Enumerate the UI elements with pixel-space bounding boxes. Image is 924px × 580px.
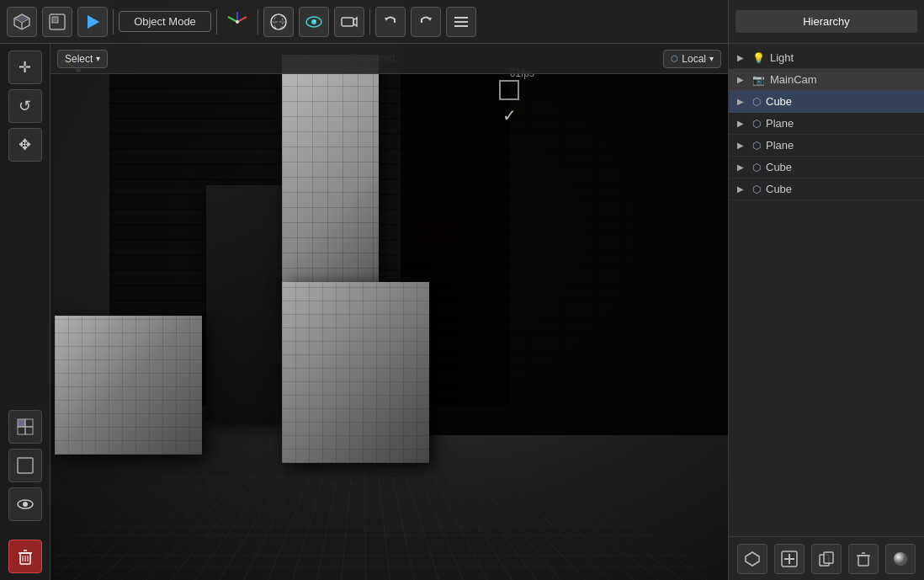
right-panel: Hierarchy ▶ 💡 Light ▶ 📷 MainCam ▶ ⬡ Cube… (728, 0, 924, 580)
left-sidebar: ✛ ↺ ✥ (0, 44, 50, 580)
mesh-icon-plane2: ⬡ (752, 140, 761, 152)
viewport-icon-btn[interactable] (42, 7, 72, 37)
svg-point-52 (894, 552, 907, 566)
trash-icon (16, 547, 35, 566)
svg-rect-33 (25, 427, 33, 434)
hierarchy-item-plane1-label: Plane (766, 117, 794, 130)
svg-point-36 (23, 502, 28, 507)
mesh-filter-icon (744, 551, 761, 567)
hierarchy-item-maincam-label: MainCam (770, 73, 817, 86)
layer-tool-btn[interactable] (8, 410, 42, 444)
hierarchy-item-plane2[interactable]: ▶ ⬡ Plane (729, 135, 924, 157)
svg-marker-8 (14, 14, 29, 23)
play-btn[interactable] (77, 7, 108, 37)
cube-icon (13, 13, 31, 31)
hierarchy-list: ▶ 💡 Light ▶ 📷 MainCam ▶ ⬡ Cube ▶ ⬡ Plane… (729, 44, 924, 536)
menu-btn[interactable] (446, 7, 476, 37)
expand-arrow-plane1: ▶ (737, 119, 747, 128)
mode-dropdown[interactable]: Object Mode (119, 11, 211, 32)
layer-icon (16, 418, 35, 436)
sep3 (258, 9, 258, 35)
eye-mode-icon (305, 13, 323, 31)
camera-hier-icon: 📷 (752, 74, 765, 86)
hierarchy-item-cube2-label: Cube (766, 161, 792, 173)
delete-object-btn[interactable] (848, 544, 879, 574)
svg-rect-30 (18, 419, 25, 427)
add-object-btn[interactable] (774, 544, 805, 574)
mesh-icon-cube1: ⬡ (752, 96, 761, 108)
duplicate-icon (818, 551, 835, 567)
object-icon-btn[interactable] (7, 7, 37, 37)
hierarchy-item-light-label: Light (770, 51, 794, 64)
move-tool-btn[interactable]: ✥ (8, 128, 42, 162)
sep4 (369, 9, 370, 35)
local-btn[interactable]: ⬡ Local ▾ (663, 50, 721, 68)
eye-mode-btn[interactable] (299, 7, 329, 37)
hierarchy-item-maincam[interactable]: ▶ 📷 MainCam (729, 69, 924, 91)
hierarchy-item-cube3-label: Cube (766, 183, 792, 195)
svg-rect-11 (52, 17, 58, 23)
camera-btn[interactable] (334, 7, 364, 37)
undo-icon (381, 13, 400, 31)
redo-icon (417, 13, 435, 31)
select-check-icon: ✓ (499, 105, 519, 125)
delete-btn[interactable] (8, 540, 42, 573)
select-btn-label: Select (65, 53, 93, 65)
cursor-tool-btn[interactable]: ✛ (8, 51, 42, 84)
light-icon: 💡 (752, 52, 765, 64)
visibility-btn[interactable] (8, 487, 42, 521)
local-dropdown-arrow: ▾ (709, 54, 714, 63)
hierarchy-item-cube1[interactable]: ▶ ⬡ Cube (729, 91, 924, 113)
rotate-tool-btn[interactable]: ↺ (8, 89, 42, 123)
sphere-btn[interactable] (263, 7, 294, 37)
object-tool-icon (16, 456, 35, 475)
mesh-icon-cube2: ⬡ (752, 162, 761, 173)
hierarchy-item-cube1-label: Cube (766, 95, 792, 108)
hierarchy-item-plane2-label: Plane (766, 139, 794, 152)
object-tool-btn[interactable] (8, 449, 42, 482)
camera-icon (340, 13, 358, 31)
hierarchy-item-light[interactable]: ▶ 💡 Light (729, 47, 924, 69)
hierarchy-item-plane1[interactable]: ▶ ⬡ Plane (729, 113, 924, 135)
play-icon (83, 13, 102, 31)
expand-arrow-plane2: ▶ (737, 141, 747, 150)
sep2 (216, 9, 217, 35)
duplicate-btn[interactable] (811, 544, 842, 574)
hierarchy-tab[interactable]: Hierarchy (735, 10, 917, 33)
right-panel-bottom (729, 536, 924, 580)
viewport-icon (48, 13, 66, 31)
hierarchy-item-cube3[interactable]: ▶ ⬡ Cube (729, 178, 924, 200)
svg-point-16 (236, 20, 239, 24)
axis-toolbar-icon (222, 7, 252, 37)
svg-rect-31 (25, 419, 33, 427)
expand-arrow-cube2: ▶ (737, 162, 747, 172)
right-panel-header: Hierarchy (729, 0, 924, 44)
expand-arrow-maincam: ▶ (737, 75, 747, 84)
sphere-icon (269, 13, 288, 31)
menu-icon (452, 13, 470, 31)
eye-icon (16, 495, 35, 513)
sphere-render-btn[interactable] (885, 544, 916, 574)
select-btn[interactable]: Select ▾ (57, 50, 108, 68)
hierarchy-item-cube2[interactable]: ▶ ⬡ Cube (729, 157, 924, 178)
sphere-render-icon (892, 551, 909, 567)
add-object-icon (781, 551, 798, 567)
expand-arrow-cube3: ▶ (737, 184, 747, 194)
sep1 (113, 9, 114, 35)
svg-point-22 (314, 20, 316, 22)
redo-btn[interactable] (411, 7, 441, 37)
viewport-3d[interactable]: X Y Z Rendered 61fps ✓ (0, 0, 728, 580)
svg-rect-34 (18, 458, 33, 473)
svg-point-21 (311, 19, 316, 24)
svg-marker-12 (88, 15, 99, 29)
mesh-filter-btn[interactable] (737, 544, 767, 574)
select-overlay: ✓ (499, 80, 519, 125)
svg-marker-43 (746, 552, 759, 566)
expand-arrow-cube1: ▶ (737, 97, 747, 106)
delete-object-icon (855, 551, 872, 567)
svg-rect-32 (18, 427, 25, 434)
local-btn-label: Local (682, 53, 706, 65)
svg-rect-23 (342, 18, 353, 26)
undo-btn[interactable] (375, 7, 406, 37)
mesh-icon-plane1: ⬡ (752, 118, 761, 130)
